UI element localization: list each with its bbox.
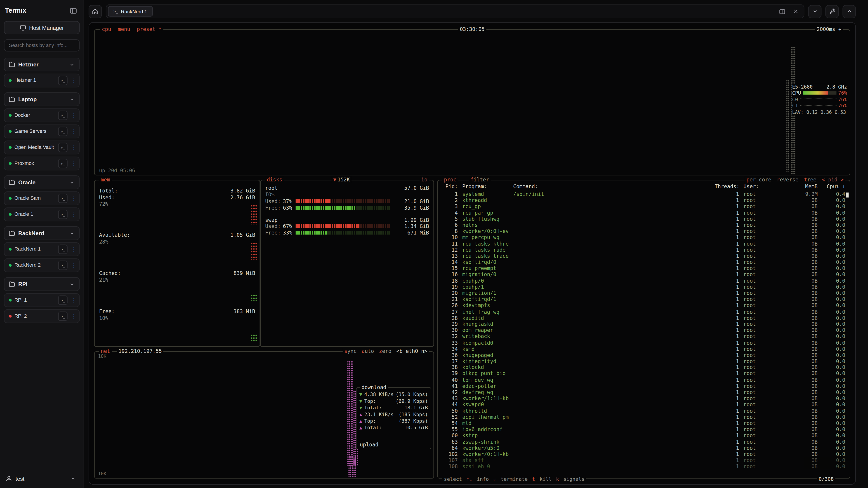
- host-docker[interactable]: Docker >_ ⋮: [4, 108, 80, 122]
- host-menu-button[interactable]: ⋮: [70, 245, 78, 254]
- terminate-hint[interactable]: terminate: [501, 477, 528, 482]
- tab-racknerd-1[interactable]: >_ RackNerd 1: [108, 6, 153, 17]
- connect-terminal-button[interactable]: >_: [58, 260, 68, 270]
- process-row[interactable]: 38 kblockd 1 root 0B 0.0: [441, 364, 845, 370]
- process-row[interactable]: 30 oom_reaper 1 root 0B 0.0: [441, 327, 845, 333]
- sync-toggle[interactable]: sync: [344, 348, 357, 354]
- process-row[interactable]: 44 kswapd0 1 root 0B 0.0: [441, 401, 845, 408]
- sort-selector[interactable]: < pid >: [822, 176, 844, 183]
- connect-terminal-button[interactable]: >_: [58, 159, 68, 168]
- connect-terminal-button[interactable]: >_: [58, 127, 68, 136]
- process-row[interactable]: 2 kthreadd 1 root 0B 0.0: [441, 197, 845, 203]
- host-rpi-2[interactable]: RPI 2 >_ ⋮: [4, 309, 80, 323]
- host-open-media-vault[interactable]: Open Media Vault >_ ⋮: [4, 140, 80, 154]
- connect-terminal-button[interactable]: >_: [58, 295, 68, 305]
- folder-header-hetzner[interactable]: Hetzner: [4, 58, 80, 71]
- connect-terminal-button[interactable]: >_: [58, 111, 68, 120]
- host-hetzner-1[interactable]: Hetzner 1 >_ ⋮: [4, 74, 80, 88]
- host-game-servers[interactable]: Game Servers >_ ⋮: [4, 125, 80, 138]
- process-row[interactable]: 4 rcu_par_gp 1 root 0B 0.0: [441, 209, 845, 216]
- update-interval[interactable]: 2000ms +: [815, 26, 843, 32]
- host-racknerd-2[interactable]: RackNerd 2 >_ ⋮: [4, 258, 80, 272]
- scrollbar-thumb[interactable]: [846, 193, 848, 197]
- mem-box-title[interactable]: mem: [99, 176, 112, 183]
- host-menu-button[interactable]: ⋮: [70, 143, 78, 152]
- process-row[interactable]: 42 devfreq_wq 1 root 0B 0.0: [441, 389, 845, 395]
- process-row[interactable]: 21 ksoftirqd/1 1 root 0B 0.0: [441, 296, 845, 302]
- folder-collapse-button[interactable]: [67, 94, 77, 104]
- host-proxmox[interactable]: Proxmox >_ ⋮: [4, 157, 80, 170]
- host-menu-button[interactable]: ⋮: [70, 260, 78, 270]
- process-row[interactable]: 18 cpuhp/0 1 root 0B 0.0: [441, 278, 845, 284]
- process-row[interactable]: 16 migration/0 1 root 0B 0.0: [441, 271, 845, 278]
- auto-toggle[interactable]: auto: [362, 348, 374, 354]
- process-row[interactable]: 64 kworker/u5:0 1 root 0B 0.0: [441, 445, 845, 451]
- col-pid[interactable]: Pid:: [441, 183, 458, 189]
- process-row[interactable]: 15 rcu_preempt 1 root 0B 0.0: [441, 265, 845, 271]
- folder-collapse-button[interactable]: [67, 279, 77, 289]
- host-menu-button[interactable]: ⋮: [70, 194, 78, 203]
- process-row[interactable]: 40 tpm_dev_wq 1 root 0B 0.0: [441, 377, 845, 383]
- process-row[interactable]: 28 kauditd 1 root 0B 0.0: [441, 315, 845, 321]
- process-row[interactable]: 52 acpi_thermal_pm 1 root 0B 0.0: [441, 414, 845, 420]
- terminal-view[interactable]: cpu menu preset * 03:30:05 2000ms + E5-2…: [89, 22, 856, 485]
- disks-box-title[interactable]: disks: [265, 176, 284, 183]
- connect-terminal-button[interactable]: >_: [58, 245, 68, 254]
- per-core-toggle[interactable]: per-core: [746, 176, 771, 183]
- zero-toggle[interactable]: zero: [379, 348, 392, 354]
- io-box-title[interactable]: io: [420, 176, 429, 183]
- process-row[interactable]: 34 ksmd 1 root 0B 0.0: [441, 346, 845, 352]
- select-hint[interactable]: select: [444, 477, 462, 482]
- folder-collapse-button[interactable]: [67, 228, 77, 238]
- process-row[interactable]: 37 kintegrityd 1 root 0B 0.0: [441, 358, 845, 364]
- process-row[interactable]: 54 mld 1 root 0B 0.0: [441, 420, 845, 426]
- filter-button[interactable]: filter: [469, 176, 491, 183]
- home-button[interactable]: [89, 5, 102, 18]
- tab-list-dropdown-button[interactable]: [808, 5, 822, 18]
- process-row[interactable]: 10 mm_percpu_wq 1 root 0B 0.0: [441, 234, 845, 240]
- folder-collapse-button[interactable]: [67, 177, 77, 187]
- process-row[interactable]: 12 rcu_tasks_rude_k 1 root 0B 0.0: [441, 247, 845, 253]
- connect-terminal-button[interactable]: >_: [58, 210, 68, 219]
- split-view-button[interactable]: [779, 8, 785, 15]
- col-cpu[interactable]: Cpu% ↑: [822, 183, 845, 189]
- host-menu-button[interactable]: ⋮: [70, 312, 78, 321]
- process-row[interactable]: 27 inet_frag_wq 1 root 0B 0.0: [441, 308, 845, 315]
- process-row[interactable]: 13 rcu_tasks_trace_ 1 root 0B 0.0: [441, 253, 845, 259]
- process-row[interactable]: 20 migration/1 1 root 0B 0.0: [441, 290, 845, 296]
- folder-header-rpi[interactable]: RPI: [4, 277, 80, 291]
- process-row[interactable]: 50 kthrotld 1 root 0B 0.0: [441, 408, 845, 414]
- host-menu-button[interactable]: ⋮: [70, 210, 78, 219]
- host-menu-button[interactable]: ⋮: [70, 76, 78, 86]
- net-interface[interactable]: <b eth0 n>: [397, 348, 428, 354]
- signals-hint[interactable]: signals: [563, 477, 585, 482]
- preset-button[interactable]: preset *: [137, 26, 162, 32]
- tree-toggle[interactable]: tree: [804, 176, 816, 183]
- process-row[interactable]: 60 kstrp 1 root 0B 0.0: [441, 432, 845, 438]
- close-tab-button[interactable]: [793, 8, 799, 14]
- col-threads[interactable]: Threads:: [715, 183, 739, 189]
- cpu-box-title[interactable]: cpu: [102, 26, 111, 32]
- host-menu-button[interactable]: ⋮: [70, 127, 78, 136]
- host-menu-button[interactable]: ⋮: [70, 159, 78, 168]
- kill-hint[interactable]: kill: [539, 477, 552, 482]
- process-row[interactable]: 63 zswap-shrink 1 root 0B 0.0: [441, 438, 845, 445]
- process-row[interactable]: 6 netns 1 root 0B 0.0: [441, 222, 845, 228]
- folder-header-laptop[interactable]: Laptop: [4, 92, 80, 106]
- host-rpi-1[interactable]: RPI 1 >_ ⋮: [4, 293, 80, 307]
- reverse-toggle[interactable]: reverse: [777, 176, 798, 183]
- connect-terminal-button[interactable]: >_: [58, 312, 68, 321]
- search-input[interactable]: [4, 39, 80, 52]
- tools-button[interactable]: [825, 5, 839, 18]
- process-row[interactable]: 11 rcu_tasks_kthrea 1 root 0B 0.0: [441, 240, 845, 247]
- connect-terminal-button[interactable]: >_: [58, 143, 68, 152]
- process-row[interactable]: 55 ipv6_addrconf 1 root 0B 0.0: [441, 426, 845, 432]
- host-menu-button[interactable]: ⋮: [70, 295, 78, 305]
- process-row[interactable]: 14 ksoftirqd/0 1 root 0B 0.0: [441, 259, 845, 265]
- collapse-header-button[interactable]: [842, 5, 856, 18]
- host-racknerd-1[interactable]: RackNerd 1 >_ ⋮: [4, 242, 80, 256]
- process-row[interactable]: 36 khugepaged 1 root 0B 0.0: [441, 352, 845, 358]
- user-footer[interactable]: test: [4, 471, 80, 485]
- proc-box-title[interactable]: proc: [442, 176, 458, 183]
- process-row[interactable]: 19 cpuhp/1 1 root 0B 0.0: [441, 284, 845, 290]
